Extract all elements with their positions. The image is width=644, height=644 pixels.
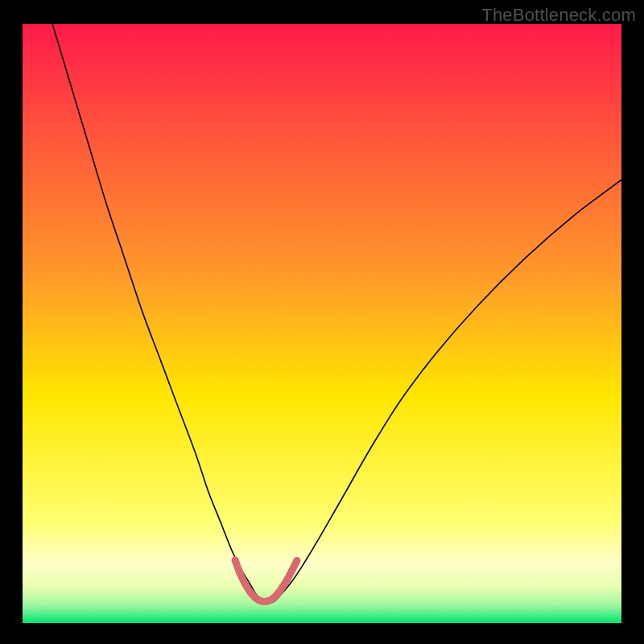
sweet-spot-marker-bead — [288, 567, 295, 574]
sweet-spot-marker-bead — [237, 570, 244, 577]
sweet-spot-marker-bead — [293, 557, 300, 564]
bottleneck-chart — [23, 24, 621, 623]
sweet-spot-marker-bead — [246, 588, 254, 596]
sweet-spot-marker-bead — [232, 556, 239, 564]
sweet-spot-marker-bead — [279, 584, 286, 591]
watermark-text: TheBottleneck.com — [481, 5, 636, 26]
sweet-spot-marker-bead — [242, 580, 249, 588]
sweet-spot-marker-bead — [274, 590, 281, 597]
chart-svg — [23, 24, 621, 623]
sweet-spot-marker-bead — [283, 576, 291, 583]
chart-frame: TheBottleneck.com — [0, 0, 644, 644]
